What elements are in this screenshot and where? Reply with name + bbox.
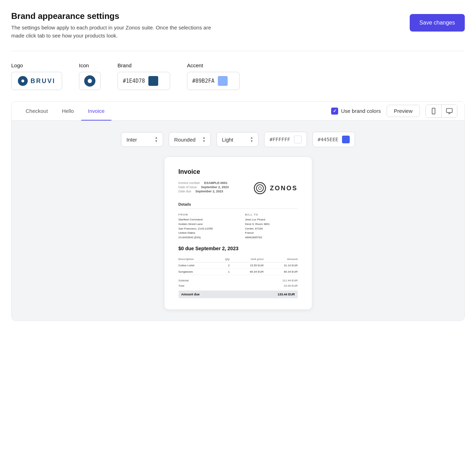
invoice-meta-logo-row: Invoice number EXAMPLE-0001 Date of issu… xyxy=(179,181,298,195)
invoice-billto-label: BILL TO xyxy=(245,213,298,216)
page-title: Brand appearance settings xyxy=(11,11,222,21)
col-amount: Amount xyxy=(264,256,298,262)
invoice-billto-address: Jean Luc Picard Deck 9, Room 3801 Centre… xyxy=(245,218,298,240)
invoice-subtotal-row: Subtotal 111.44 EUR xyxy=(179,278,298,283)
logo-circle-inner xyxy=(21,79,25,83)
page-subtitle: The settings below apply to each product… xyxy=(11,24,222,40)
invoice-amount-due-row: Amount due 133.44 EUR xyxy=(179,290,298,298)
icon-preview[interactable] xyxy=(79,72,101,90)
text-color-control[interactable]: #445EEE xyxy=(313,132,355,147)
from-address2: San Francisco, 2143-21555 xyxy=(179,227,231,231)
total-label: Total xyxy=(179,284,185,287)
text-color-hex: #445EEE xyxy=(318,137,338,142)
font-select-arrows: ▲ ▼ xyxy=(155,136,158,143)
font-select-value: Inter xyxy=(126,137,137,143)
invoice-details-title: Details xyxy=(179,202,298,209)
invoice-from-label: FROM xyxy=(179,213,231,216)
bg-color-swatch xyxy=(294,136,302,143)
logo-preview[interactable]: BRUVI xyxy=(11,72,62,90)
mobile-device-button[interactable] xyxy=(426,105,442,117)
invoice-number-label: Invoice number xyxy=(179,181,200,185)
theme-select-arrows: ▲ ▼ xyxy=(250,136,254,143)
tab-hello[interactable]: Hello xyxy=(55,102,81,120)
invoice-address-row: FROM Starfleet Command Golden Street Lan… xyxy=(179,213,298,240)
checkmark-icon: ✓ xyxy=(333,108,337,114)
invoice-title: Invoice xyxy=(179,168,298,176)
accent-color-label: Accent xyxy=(187,62,240,68)
invoice-number-value: EXAMPLE-0001 xyxy=(204,181,228,185)
logo-text: BRUVI xyxy=(31,77,55,85)
invoice-date-due-label: Date due xyxy=(179,190,192,193)
from-address1: Golden Street Lane xyxy=(179,222,231,227)
invoice-billto-col: BILL TO Jean Luc Picard Deck 9, Room 380… xyxy=(245,213,298,240)
logo-circle-icon xyxy=(18,76,28,86)
bg-color-control[interactable]: #FFFFFF xyxy=(264,132,307,147)
zonos-logo: ZONOS xyxy=(253,181,297,195)
tab-checkout[interactable]: Checkout xyxy=(19,102,55,120)
preview-button[interactable]: Preview xyxy=(387,105,420,117)
desktop-device-button[interactable] xyxy=(442,105,457,117)
subtotal-label: Subtotal xyxy=(179,279,189,282)
invoice-totals: Subtotal 111.44 EUR Total 22.00 EUR Amou… xyxy=(179,278,298,298)
table-row: Cotton t-shirt 2 15.55 EUR 31.10 EUR xyxy=(179,262,298,268)
from-ein: 23-8493943 (EIN) xyxy=(179,235,231,240)
accent-color-swatch xyxy=(218,76,228,86)
svg-point-7 xyxy=(259,187,261,190)
zonos-icon xyxy=(253,181,267,195)
invoice-due-amount: $0 due September 2, 2023 xyxy=(179,246,298,251)
row-unit: 15.55 EUR xyxy=(230,262,264,268)
invoice-date-issue-value: September 2, 2023 xyxy=(201,185,229,189)
row-qty: 2 xyxy=(218,262,230,268)
save-button[interactable]: Save changes xyxy=(410,14,465,32)
from-name: Starfleet Command xyxy=(179,218,231,222)
brand-fields-row: Logo BRUVI Icon Brand #1E4D78 Accent #89… xyxy=(11,62,465,90)
billto-address1: Deck 9, Room 3801 xyxy=(245,222,298,227)
col-qty: Qty xyxy=(218,256,230,262)
brand-color-label: Brand xyxy=(118,62,170,68)
invoice-from-address: Starfleet Command Golden Street Lane San… xyxy=(179,218,231,240)
tabs-right-controls: ✓ Use brand colors Preview xyxy=(331,104,457,118)
theme-select[interactable]: Light ▲ ▼ xyxy=(216,132,259,147)
amount-due-label: Amount due xyxy=(181,293,200,296)
icon-field: Icon xyxy=(79,62,101,90)
tabs-header: Checkout Hello Invoice ✓ Use brand color… xyxy=(12,102,464,121)
amount-due-value: 133.44 EUR xyxy=(277,293,295,296)
invoice-date-due-value: September 2, 2023 xyxy=(195,190,223,193)
brand-color-field: Brand #1E4D78 xyxy=(118,62,170,90)
style-select[interactable]: Rounded ▲ ▼ xyxy=(169,132,211,147)
controls-bar: Inter ▲ ▼ Rounded ▲ ▼ Light ▲ ▼ xyxy=(19,132,457,147)
header-text: Brand appearance settings The settings b… xyxy=(11,11,222,40)
col-unit-price: Unit price xyxy=(230,256,264,262)
invoice-meta: Invoice number EXAMPLE-0001 Date of issu… xyxy=(179,181,229,194)
text-color-swatch xyxy=(342,136,350,143)
device-toggle xyxy=(425,104,457,118)
style-select-arrows: ▲ ▼ xyxy=(202,136,206,143)
invoice-document: Invoice Invoice number EXAMPLE-0001 Date… xyxy=(165,157,312,309)
invoice-number-row: Invoice number EXAMPLE-0001 xyxy=(179,181,229,185)
invoice-table-header-row: Description Qty Unit price Amount xyxy=(179,256,298,262)
tabs-section: Checkout Hello Invoice ✓ Use brand color… xyxy=(11,101,465,321)
use-brand-colors-checkbox[interactable]: ✓ xyxy=(331,108,338,115)
bg-color-hex: #FFFFFF xyxy=(269,137,290,142)
row-amount: 80.34 EUR xyxy=(264,268,298,275)
tab-invoice[interactable]: Invoice xyxy=(81,102,112,120)
logo-label: Logo xyxy=(11,62,62,68)
invoice-total-row: Total 22.00 EUR xyxy=(179,283,298,288)
total-value: 22.00 EUR xyxy=(284,284,297,287)
zonos-text: ZONOS xyxy=(270,185,297,192)
billto-address2: Centre, 87160 xyxy=(245,227,298,231)
from-address3: United States xyxy=(179,231,231,235)
logo-field: Logo BRUVI xyxy=(11,62,62,90)
brand-color-control[interactable]: #1E4D78 xyxy=(118,72,170,90)
accent-color-control[interactable]: #89B2FA xyxy=(187,72,240,90)
billto-phone: 48942895762 xyxy=(245,235,298,240)
invoice-table: Description Qty Unit price Amount Cotton… xyxy=(179,256,298,275)
svg-point-6 xyxy=(256,185,263,192)
font-select[interactable]: Inter ▲ ▼ xyxy=(121,132,163,147)
use-brand-colors-control[interactable]: ✓ Use brand colors xyxy=(331,108,381,115)
brand-color-swatch xyxy=(148,76,158,86)
use-brand-colors-label: Use brand colors xyxy=(341,108,381,114)
svg-rect-0 xyxy=(432,108,435,114)
style-select-value: Rounded xyxy=(174,137,195,143)
icon-circle xyxy=(84,75,95,87)
